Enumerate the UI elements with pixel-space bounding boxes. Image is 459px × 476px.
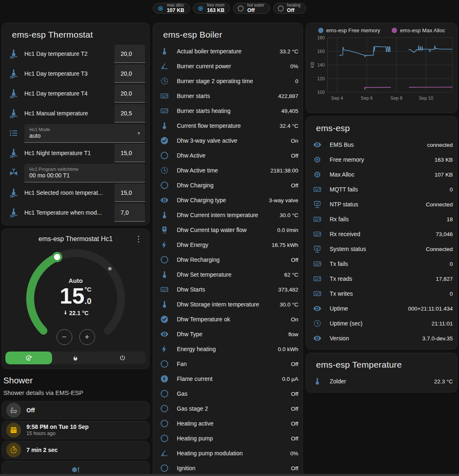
- entity-row[interactable]: 12Tx fails0: [310, 256, 453, 271]
- entity-row[interactable]: Hc1 Day temperature T320,0: [6, 64, 145, 84]
- entity-row[interactable]: Hc1 Manual temperature20,5: [6, 103, 145, 123]
- entity-row[interactable]: Zolder22.3 °C: [310, 374, 453, 389]
- shower-row[interactable]: 7 min 2 sec: [2, 441, 150, 459]
- entity-row[interactable]: NTP statusConnected: [310, 197, 453, 212]
- dial-target-temperature: 15 °C .0: [2, 285, 149, 306]
- entity-row[interactable]: Energy heating0.0 kWh: [157, 342, 298, 356]
- entity-label: Heating active: [177, 420, 291, 427]
- thermometer-water-icon: [8, 88, 19, 99]
- entity-row[interactable]: Version3.7.0-dev.35: [310, 331, 453, 346]
- entity-row[interactable]: Dhw Current intern temperature30.0 °C: [157, 208, 298, 222]
- number-input[interactable]: 20,0: [114, 65, 145, 83]
- entity-row[interactable]: Hc1 Day temperature T220,0: [6, 44, 145, 64]
- entity-row[interactable]: Actual boiler temperature33.2 °C: [157, 44, 298, 59]
- shower-row[interactable]: Off: [2, 401, 150, 419]
- counter-icon: 12: [313, 215, 322, 224]
- entity-row[interactable]: Dhw Current tap water flow0.0 l/min: [157, 222, 298, 237]
- entity-row[interactable]: Hc1 Day temperature T420,0: [6, 84, 145, 103]
- heat-mode-button[interactable]: [52, 352, 99, 364]
- thermometer-water-icon: [8, 68, 19, 79]
- entity-row[interactable]: Max Alloc107 KB: [310, 167, 453, 182]
- cpu-icon: [313, 155, 322, 164]
- entity-row[interactable]: Dhw Set temperature62 °C: [157, 267, 298, 282]
- number-input[interactable]: 20,0: [114, 45, 145, 63]
- entity-value: 0: [449, 187, 453, 193]
- decrease-temp-button[interactable]: −: [57, 329, 72, 345]
- status-chip-heating[interactable]: heatingOff: [273, 3, 307, 14]
- entity-row[interactable]: FanOff: [157, 356, 298, 371]
- entity-label: Zolder: [330, 378, 434, 385]
- chip-value: 107 KB: [167, 8, 184, 13]
- entity-row[interactable]: Hc1 Program switchtime00 mo 00:00 T1: [6, 163, 145, 183]
- status-chip-free-mem[interactable]: free mem163 KB: [193, 3, 230, 14]
- entity-row[interactable]: Heating activeOff: [157, 416, 298, 431]
- entity-row[interactable]: Dhw Storage intern temperature30.0 °C: [157, 297, 298, 312]
- entity-label: Hc1 Night temperature T1: [24, 150, 114, 156]
- entity-row[interactable]: 12Rx fails18: [310, 212, 453, 227]
- entity-row[interactable]: Dhw Charging type3-way valve: [157, 193, 298, 208]
- entity-row[interactable]: Hc1 Selected room temperat...15,0: [6, 183, 145, 203]
- status-chip-hot-water[interactable]: hot waterOff: [233, 3, 270, 14]
- entity-row[interactable]: GasOff: [157, 386, 298, 401]
- number-input[interactable]: 15,0: [114, 184, 145, 202]
- shower-row[interactable]: 9:58 PM on Tue 10 Sep15 hours ago: [2, 421, 150, 439]
- entity-label: Rx received: [330, 231, 436, 237]
- entity-row[interactable]: Burner stage 2 operating time0: [157, 74, 298, 89]
- entity-row[interactable]: Dhw Energy16.75 kWh: [157, 237, 298, 252]
- number-input[interactable]: 7,0: [114, 203, 145, 222]
- entity-label: Tx reads: [330, 275, 436, 282]
- entity-row[interactable]: Dhw Temperature okOn: [157, 312, 298, 327]
- eye-icon: [160, 196, 169, 205]
- entity-label: Dhw Set temperature: [177, 271, 284, 278]
- legend-item[interactable]: ems-esp Max Alloc: [392, 27, 445, 33]
- number-input[interactable]: 15,0: [114, 144, 145, 162]
- entity-row[interactable]: Current flow temperature32.4 °C: [157, 118, 298, 133]
- svg-text:12: 12: [315, 218, 318, 221]
- entity-row[interactable]: Flame current0.0 µA: [157, 371, 298, 386]
- entity-row[interactable]: Heating pumpOff: [157, 431, 298, 446]
- entity-row[interactable]: Uptime (sec)21:11:01: [310, 316, 453, 331]
- shower-row-value: 9:58 PM on Tue 10 Sep: [26, 423, 89, 431]
- entity-row[interactable]: System statusConnected: [310, 242, 453, 256]
- dial-handle[interactable]: [53, 253, 61, 261]
- entity-row[interactable]: Dhw 3-way valve activeOn: [157, 133, 298, 148]
- memory-chart-card[interactable]: ems-esp Free memoryems-esp Max Alloc 100…: [306, 23, 457, 113]
- mode-select[interactable]: Hc1 Modeauto▾: [24, 124, 145, 143]
- entity-row[interactable]: Dhw ChargingOff: [157, 178, 298, 193]
- entity-row[interactable]: Hc1 Night temperature T115,0: [6, 143, 145, 163]
- entity-row[interactable]: EMS Busconnected: [310, 137, 453, 152]
- entity-row[interactable]: 12Burner starts heating49,405: [157, 103, 298, 118]
- number-input[interactable]: 20,5: [114, 104, 145, 122]
- text-input[interactable]: Hc1 Program switchtime00 mo 00:00 T1: [24, 164, 145, 182]
- entity-label: Dhw Temperature ok: [177, 316, 291, 323]
- entity-row[interactable]: Dhw Active time2181:38:00: [157, 163, 298, 178]
- entity-row[interactable]: Dhw RechargingOff: [157, 252, 298, 267]
- status-chip-max-alloc[interactable]: max alloc107 KB: [153, 3, 190, 14]
- entity-row[interactable]: 12Rx received73,046: [310, 227, 453, 242]
- clock-icon: [160, 166, 169, 175]
- entity-row[interactable]: 12Tx writes0: [310, 286, 453, 301]
- entity-row[interactable]: Gas stage 2Off: [157, 401, 298, 416]
- entity-row[interactable]: Hc1 Temperature when mod...7,0: [6, 203, 145, 222]
- entity-row[interactable]: Heating pump modulation0%: [157, 446, 298, 461]
- entity-row[interactable]: 12Dhw Starts373,482: [157, 282, 298, 297]
- legend-item[interactable]: ems-esp Free memory: [318, 27, 381, 33]
- svg-text:Sep 10: Sep 10: [419, 96, 433, 100]
- entity-row[interactable]: 12Tx reads17,827: [310, 271, 453, 286]
- number-input[interactable]: 20,0: [114, 84, 145, 103]
- thermometer-water-icon: [8, 48, 19, 59]
- entity-row[interactable]: Hc1 Modeauto▾: [6, 123, 145, 143]
- bottom-scrollbar[interactable]: [0, 474, 459, 476]
- auto-mode-button[interactable]: A: [5, 352, 52, 364]
- entity-row[interactable]: Dhw Typeflow: [157, 327, 298, 342]
- entity-label: Tx writes: [330, 290, 449, 297]
- entity-row[interactable]: 12MQTT fails0: [310, 182, 453, 197]
- entity-row[interactable]: Burner current power0%: [157, 59, 298, 74]
- entity-row[interactable]: Uptime000+21:11:01.434: [310, 301, 453, 316]
- entity-row[interactable]: IgnitionOff: [157, 461, 298, 476]
- off-mode-button[interactable]: [99, 352, 146, 364]
- entity-row[interactable]: Free memory163 KB: [310, 152, 453, 167]
- increase-temp-button[interactable]: +: [79, 329, 95, 345]
- entity-row[interactable]: Dhw ActiveOff: [157, 148, 298, 163]
- entity-row[interactable]: 12Burner starts422,887: [157, 89, 298, 103]
